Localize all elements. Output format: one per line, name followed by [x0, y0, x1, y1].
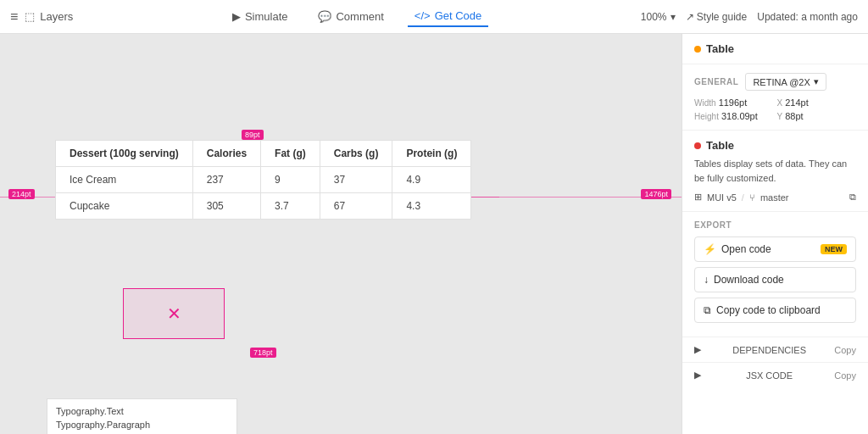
general-section: GENERAL RETINA @2X ▾ Width 1196pt X 214p… — [682, 64, 868, 131]
retina-chevron-icon: ▾ — [814, 76, 819, 87]
right-panel: Table GENERAL RETINA @2X ▾ Width 1196pt … — [682, 34, 868, 434]
zoom-control[interactable]: 100% ▾ — [641, 11, 676, 23]
download-code-label: Download code — [714, 274, 784, 286]
link-icon: ⊞ — [694, 192, 702, 203]
cell-carbs-1: 37 — [320, 167, 392, 193]
width-val: 1196pt — [719, 97, 748, 108]
open-code-label: Open code — [721, 243, 771, 255]
general-label: GENERAL — [694, 77, 738, 86]
dependencies-label: DEPENDENCIES — [732, 345, 806, 355]
component-title: Table — [694, 139, 856, 152]
lightning-icon: ⚡ — [704, 243, 716, 255]
dimension-grid: Width 1196pt X 214pt Height 318.09pt Y 8… — [694, 97, 856, 121]
style-guide-button[interactable]: ↗ Style guide — [686, 11, 748, 23]
cell-calories-1: 237 — [192, 167, 260, 193]
col-header-carbs: Carbs (g) — [320, 141, 392, 167]
table-row: Cupcake 305 3.7 67 4.3 — [56, 193, 471, 220]
layers-icon: ⬚ — [25, 10, 35, 23]
external-link-icon: ↗ — [686, 11, 694, 23]
typography-line2: Typography.Paragraph — [56, 420, 228, 430]
fork-icon: ⑂ — [749, 192, 755, 203]
cell-protein-2: 4.3 — [392, 193, 471, 220]
deps-chevron-icon: ▶ — [694, 344, 701, 355]
copy-code-label: Copy code to clipboard — [716, 304, 821, 316]
jsx-copy[interactable]: Copy — [834, 370, 856, 381]
main-area: 89pt 214pt 1476pt 718pt Dessert (100g se… — [0, 34, 868, 434]
link-separator: / — [742, 192, 744, 203]
copy-image-icon[interactable]: ⧉ — [849, 192, 856, 203]
measure-top: 89pt — [242, 130, 264, 140]
component-title-text: Table — [706, 139, 734, 152]
cell-dessert-2: Cupcake — [56, 193, 193, 220]
col-header-calories: Calories — [192, 141, 260, 167]
new-badge: NEW — [821, 244, 847, 254]
pink-placeholder-box: ✕ — [123, 288, 225, 339]
jsx-code-header[interactable]: ▶ JSX CODE Copy — [694, 370, 856, 381]
cell-dessert-1: Ice Cream — [56, 167, 193, 193]
comment-button[interactable]: 💬 Comment — [311, 7, 390, 26]
panel-title-section: Table — [682, 34, 868, 64]
y-label: Y — [777, 112, 783, 121]
x-item: X 214pt — [777, 97, 857, 108]
open-code-button[interactable]: ⚡ Open code NEW — [694, 236, 856, 262]
jsx-chevron-icon: ▶ — [694, 370, 701, 381]
toolbar: ≡ ⬚ Layers ▶ Simulate 💬 Comment </> Get … — [0, 0, 868, 34]
panel-title-text: Table — [706, 42, 734, 55]
cell-fat-2: 3.7 — [261, 193, 320, 220]
table-header-row: Dessert (100g serving) Calories Fat (g) … — [56, 141, 471, 167]
measure-right: 1476pt — [641, 189, 671, 199]
typography-line1: Typography.Text — [56, 406, 228, 416]
canvas[interactable]: 89pt 214pt 1476pt 718pt Dessert (100g se… — [0, 34, 682, 434]
master-link[interactable]: master — [760, 192, 789, 203]
retina-select[interactable]: RETINA @2X ▾ — [745, 73, 826, 91]
simulate-button[interactable]: ▶ Simulate — [225, 7, 295, 26]
cell-protein-1: 4.9 — [392, 167, 471, 193]
toolbar-center: ▶ Simulate 💬 Comment </> Get Code — [225, 6, 488, 27]
mui-link[interactable]: MUI v5 — [707, 192, 737, 203]
close-icon: ✕ — [167, 303, 181, 324]
height-val: 318.09pt — [721, 111, 758, 121]
menu-icon[interactable]: ≡ — [10, 9, 18, 25]
jsx-code-label: JSX CODE — [746, 370, 793, 381]
download-icon: ↓ — [704, 274, 709, 286]
y-item: Y 88pt — [777, 111, 857, 121]
typography-box: Typography.Text Typography.Paragraph — [47, 398, 237, 434]
jsx-code-section: ▶ JSX CODE Copy — [682, 362, 868, 387]
clipboard-icon: ⧉ — [704, 304, 711, 316]
download-code-button[interactable]: ↓ Download code — [694, 267, 856, 292]
simulate-label: Simulate — [245, 10, 288, 23]
canvas-table-wrapper[interactable]: Dessert (100g serving) Calories Fat (g) … — [55, 140, 471, 220]
toolbar-left: ≡ ⬚ Layers — [10, 9, 73, 25]
component-link: ⊞ MUI v5 / ⑂ master ⧉ — [694, 192, 856, 203]
x-label: X — [777, 98, 783, 108]
zoom-chevron-icon: ▾ — [670, 11, 676, 23]
toolbar-right: 100% ▾ ↗ Style guide Updated: a month ag… — [641, 11, 858, 23]
col-header-fat: Fat (g) — [261, 141, 320, 167]
height-label: Height — [694, 112, 719, 121]
component-desc: Tables display sets of data. They can be… — [694, 157, 856, 185]
code-icon: </> — [415, 9, 431, 22]
export-section: EXPORT ⚡ Open code NEW ↓ Download code ⧉… — [682, 212, 868, 337]
layers-button[interactable]: ⬚ Layers — [25, 10, 73, 23]
copy-code-button[interactable]: ⧉ Copy code to clipboard — [694, 298, 856, 323]
col-header-dessert: Dessert (100g serving) — [56, 141, 193, 167]
cell-fat-1: 9 — [261, 167, 320, 193]
export-label: EXPORT — [694, 220, 856, 230]
cell-calories-2: 305 — [192, 193, 260, 220]
measure-bottom: 718pt — [250, 348, 276, 358]
dependencies-copy[interactable]: Copy — [834, 345, 856, 355]
canvas-table: Dessert (100g serving) Calories Fat (g) … — [55, 140, 471, 220]
get-code-button[interactable]: </> Get Code — [408, 6, 488, 27]
x-val: 214pt — [785, 97, 809, 108]
col-header-protein: Protein (g) — [392, 141, 471, 167]
retina-label: RETINA @2X — [753, 77, 810, 87]
layers-label: Layers — [40, 10, 73, 23]
table-icon-dot — [694, 46, 701, 53]
zoom-level: 100% — [641, 11, 667, 23]
comment-label: Comment — [336, 10, 383, 23]
width-label: Width — [694, 98, 716, 108]
get-code-label: Get Code — [435, 9, 482, 22]
component-section: Table Tables display sets of data. They … — [682, 131, 868, 212]
simulate-icon: ▶ — [232, 10, 241, 23]
dependencies-header[interactable]: ▶ DEPENDENCIES Copy — [694, 344, 856, 355]
